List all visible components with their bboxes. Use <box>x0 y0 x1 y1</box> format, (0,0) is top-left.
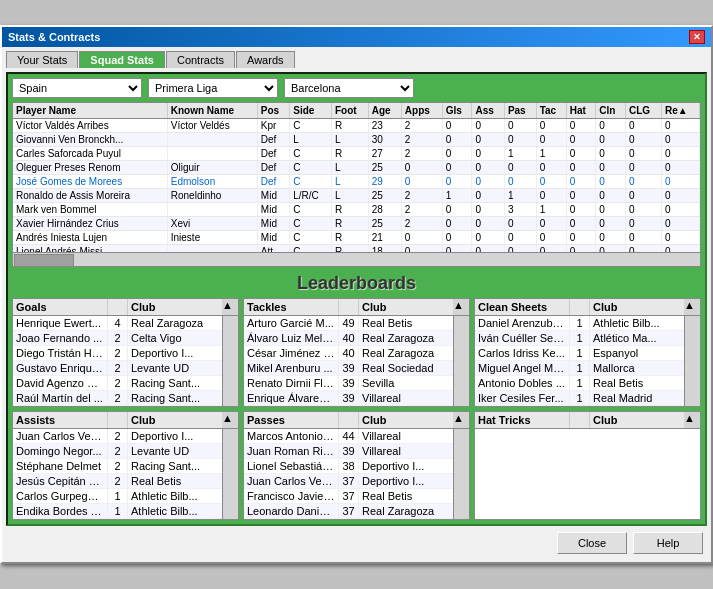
table-cell: 0 <box>596 217 626 231</box>
list-item[interactable]: Enrique Álvarez ... 39 Villareal <box>244 391 453 406</box>
list-item[interactable]: Marcos Antonio ... 44 Villareal <box>244 429 453 444</box>
close-button[interactable]: Close <box>557 532 627 554</box>
tab-awards[interactable]: Awards <box>236 51 294 68</box>
club-name: Sevilla <box>359 376 453 390</box>
list-item[interactable]: Carlos Gurpegui... 1 Athletic Bilb... <box>13 489 222 504</box>
window-close-button[interactable]: ✕ <box>689 30 705 44</box>
list-item[interactable]: Gustavo Enrique... 2 Levante UD <box>13 361 222 376</box>
list-item[interactable]: Stéphane Delmet 2 Racing Sant... <box>13 459 222 474</box>
list-item[interactable]: Diego Tristán He... 2 Deportivo I... <box>13 346 222 361</box>
table-cell: 0 <box>596 175 626 189</box>
club-name: Real Zaragoza <box>359 331 453 345</box>
clean-sheets-rows: Daniel Arenzubis... 1 Athletic Bilb... I… <box>475 316 684 406</box>
list-item[interactable]: Miguel Angel Mu... 1 Mallorca <box>475 361 684 376</box>
assists-scrollbar[interactable] <box>222 429 238 519</box>
table-cell: 0 <box>504 231 536 245</box>
list-item[interactable]: Iker Cesiles Fer... 1 Real Madrid <box>475 391 684 406</box>
table-cell: 29 <box>368 175 401 189</box>
list-item[interactable]: Carlos Idriss Ke... 1 Espanyol <box>475 346 684 361</box>
table-row[interactable]: Oleguer Preses RenomOliguirDefCL25000000… <box>13 161 700 175</box>
table-row[interactable]: Carles Saforcada PuyulDefCR27200110000 <box>13 147 700 161</box>
table-row[interactable]: Andrés Iniesta LujenIniesteMidCR21000000… <box>13 231 700 245</box>
table-cell: 0 <box>596 231 626 245</box>
list-item[interactable]: Antonio Dobles ... 1 Real Betis <box>475 376 684 391</box>
list-item[interactable]: Francisco Javier ... 37 Real Betis <box>244 489 453 504</box>
list-item[interactable]: Raúl Martín del ... 2 Racing Sant... <box>13 391 222 406</box>
table-cell: R <box>331 245 368 253</box>
list-item[interactable]: Joao Fernando ... 2 Celta Vigo <box>13 331 222 346</box>
help-button[interactable]: Help <box>633 532 703 554</box>
list-item[interactable]: Renato Dirnii Flo... 39 Sevilla <box>244 376 453 391</box>
list-item[interactable]: Henrique Ewert... 4 Real Zaragoza <box>13 316 222 331</box>
player-name: César Jiménez e... <box>244 346 339 360</box>
col-side: Side <box>290 103 332 119</box>
list-item[interactable]: Juan Carlos Vele... 2 Deportivo I... <box>13 429 222 444</box>
list-item[interactable]: Arturo Garcié M... 49 Real Betis <box>244 316 453 331</box>
stat-value: 1 <box>570 391 590 405</box>
tackles-scrollbar[interactable] <box>453 316 469 406</box>
stat-value: 38 <box>339 459 359 473</box>
country-select[interactable]: Spain <box>12 78 142 98</box>
list-item[interactable]: Leonardo Daniel... 37 Real Zaragoza <box>244 504 453 519</box>
club-name: Real Betis <box>590 376 684 390</box>
player-name: Miguel Angel Mu... <box>475 361 570 375</box>
table-row[interactable]: Mark ven BommelMidCR28200310000 <box>13 203 700 217</box>
tackles-rows: Arturo Garcié M... 49 Real Betis Álvaro … <box>244 316 453 406</box>
table-cell: Mid <box>257 231 289 245</box>
tab-contracts[interactable]: Contracts <box>166 51 235 68</box>
table-row[interactable]: Giovanni Ven Bronckh...DefLL30200000000 <box>13 133 700 147</box>
club-name: Villareal <box>359 391 453 405</box>
list-item[interactable]: David Agenzo M... 2 Racing Sant... <box>13 376 222 391</box>
list-item[interactable]: Jesús Cepitán Pr... 2 Real Betis <box>13 474 222 489</box>
table-cell: 0 <box>661 147 699 161</box>
passes-club-header: Club <box>359 412 453 428</box>
horizontal-scrollbar[interactable] <box>13 252 700 267</box>
passes-scrollbar[interactable] <box>453 429 469 519</box>
list-item[interactable]: César Jiménez e... 40 Real Zaragoza <box>244 346 453 361</box>
hscroll-thumb[interactable] <box>14 254 74 268</box>
list-item[interactable]: Endika Bordes L... 1 Athletic Bilb... <box>13 504 222 519</box>
league-select[interactable]: Primera Liga <box>148 78 278 98</box>
table-row[interactable]: José Gomes de MoreesEdmolsonDefCL2900000… <box>13 175 700 189</box>
goals-scrollbar[interactable] <box>222 316 238 406</box>
filter-row: Spain Primera Liga Barcelona <box>12 78 701 98</box>
table-cell: 30 <box>368 133 401 147</box>
tab-your-stats[interactable]: Your Stats <box>6 51 78 68</box>
table-cell: Def <box>257 175 289 189</box>
list-item[interactable]: Juan Roman Riq... 39 Villareal <box>244 444 453 459</box>
list-item[interactable]: Daniel Arenzubis... 1 Athletic Bilb... <box>475 316 684 331</box>
clean-sheets-body: Daniel Arenzubis... 1 Athletic Bilb... I… <box>475 316 700 406</box>
col-hat: Hat <box>566 103 596 119</box>
club-name: Real Betis <box>359 489 453 503</box>
list-item[interactable]: Mikel Arenburu ... 39 Real Sociedad <box>244 361 453 376</box>
table-cell: 0 <box>625 231 661 245</box>
table-cell: Víctor Veldés <box>167 119 257 133</box>
list-item[interactable]: Juan Carlos Vele... 37 Deportivo I... <box>244 474 453 489</box>
player-name: David Agenzo M... <box>13 376 108 390</box>
table-row[interactable]: Xavier Hirnández CriusXeviMidCR252000000… <box>13 217 700 231</box>
player-name: Álvaro Luiz Melo... <box>244 331 339 345</box>
passes-rows: Marcos Antonio ... 44 Villareal Juan Rom… <box>244 429 453 519</box>
assists-header: Assists Club ▲ <box>13 412 238 429</box>
col-apps: Apps <box>401 103 442 119</box>
tackles-val-header <box>339 299 359 315</box>
table-cell: 0 <box>596 203 626 217</box>
clean-sheets-scrollbar[interactable] <box>684 316 700 406</box>
table-row[interactable]: Ronaldo de Assis MoreiraRoneldinhoMidL/R… <box>13 189 700 203</box>
club-name: Deportivo I... <box>359 459 453 473</box>
table-cell: Def <box>257 133 289 147</box>
table-cell: 0 <box>566 217 596 231</box>
table-cell: 0 <box>661 175 699 189</box>
list-item[interactable]: Iván Cuéller Sec... 1 Atlético Ma... <box>475 331 684 346</box>
tab-squad-stats[interactable]: Squad Stats <box>79 51 165 68</box>
table-cell: 0 <box>625 175 661 189</box>
player-name: Joao Fernando ... <box>13 331 108 345</box>
list-item[interactable]: Domingo Negor... 2 Levante UD <box>13 444 222 459</box>
club-select[interactable]: Barcelona <box>284 78 414 98</box>
content-area: Your Stats Squad Stats Contracts Awards … <box>2 47 711 562</box>
stat-value: 1 <box>108 504 128 518</box>
list-item[interactable]: Álvaro Luiz Melo... 40 Real Zaragoza <box>244 331 453 346</box>
list-item[interactable]: Lionel Sebastián ... 38 Deportivo I... <box>244 459 453 474</box>
table-row[interactable]: Víctor Valdés ArribesVíctor VeldésKprCR2… <box>13 119 700 133</box>
table-row[interactable]: Lionel Andrés MissiAttCR18000000000 <box>13 245 700 253</box>
